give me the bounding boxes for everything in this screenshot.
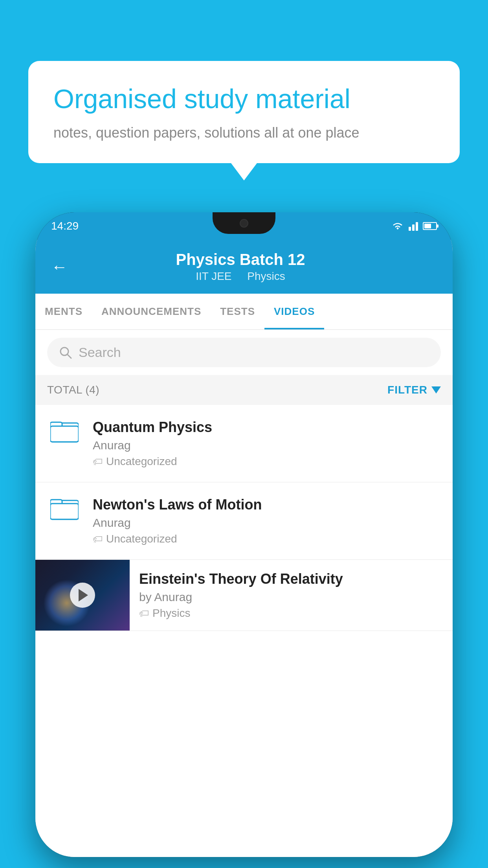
item-author: Anurag [93, 516, 441, 530]
tag-iit-jee: IIT JEE [196, 270, 231, 282]
tab-announcements[interactable]: ANNOUNCEMENTS [92, 294, 211, 329]
speech-bubble-title: Organised study material [53, 83, 435, 115]
video-author: by Anurag [139, 590, 443, 604]
front-camera [240, 219, 248, 228]
search-icon [59, 346, 72, 359]
video-list-item[interactable]: Einstein's Theory Of Relativity by Anura… [35, 560, 453, 631]
item-details: Newton's Laws of Motion Anurag 🏷 Uncateg… [93, 497, 441, 545]
phone-screen: ← Physics Batch 12 IIT JEE Physics MENTS… [35, 240, 453, 857]
video-thumbnail [35, 560, 130, 631]
filter-icon [431, 386, 441, 394]
search-container: Search [35, 330, 453, 375]
play-icon [79, 589, 88, 601]
batch-subtitle: IIT JEE Physics [79, 270, 402, 283]
folder-icon [50, 419, 79, 443]
item-details: Quantum Physics Anurag 🏷 Uncategorized [93, 419, 441, 468]
filter-button[interactable]: FILTER [387, 384, 441, 396]
folder-icon-container [47, 419, 82, 443]
tabs-bar: MENTS ANNOUNCEMENTS TESTS VIDEOS [35, 294, 453, 330]
svg-rect-7 [50, 504, 79, 519]
list-item[interactable]: Quantum Physics Anurag 🏷 Uncategorized [35, 405, 453, 482]
speech-bubble-container: Organised study material notes, question… [28, 61, 460, 163]
status-time: 14:29 [51, 220, 79, 232]
speech-bubble-subtitle: notes, question papers, solutions all at… [53, 125, 435, 141]
battery-icon [423, 222, 437, 230]
phone-notch [213, 212, 275, 234]
item-tag: 🏷 Uncategorized [93, 533, 441, 545]
tab-ments[interactable]: MENTS [35, 294, 92, 329]
total-count: TOTAL (4) [47, 384, 99, 396]
svg-line-1 [67, 354, 71, 358]
item-title: Quantum Physics [93, 419, 441, 436]
tag-icon: 🏷 [93, 456, 103, 468]
batch-title: Physics Batch 12 [79, 251, 402, 268]
tag-label: Uncategorized [106, 533, 177, 545]
tag-label: Uncategorized [106, 455, 177, 468]
search-bar[interactable]: Search [47, 338, 441, 367]
svg-rect-4 [50, 426, 79, 442]
speech-bubble: Organised study material notes, question… [28, 61, 460, 163]
app-header: ← Physics Batch 12 IIT JEE Physics [35, 240, 453, 294]
folder-icon-container [47, 497, 82, 520]
header-title-group: Physics Batch 12 IIT JEE Physics [79, 251, 402, 283]
wifi-icon [391, 221, 404, 231]
filter-label: FILTER [387, 384, 427, 396]
tag-icon: 🏷 [139, 607, 149, 620]
video-details: Einstein's Theory Of Relativity by Anura… [130, 560, 453, 631]
tab-tests[interactable]: TESTS [211, 294, 264, 329]
tag-label: Physics [152, 607, 190, 620]
tab-videos[interactable]: VIDEOS [264, 294, 324, 329]
list-item[interactable]: Newton's Laws of Motion Anurag 🏷 Uncateg… [35, 482, 453, 560]
battery-fill [424, 224, 431, 228]
signal-icon [409, 221, 418, 231]
status-icons [391, 221, 437, 231]
content-list: Quantum Physics Anurag 🏷 Uncategorized [35, 405, 453, 857]
phone-frame: 14:29 [35, 212, 453, 857]
item-tag: 🏷 Uncategorized [93, 455, 441, 468]
back-button[interactable]: ← [51, 257, 68, 276]
status-bar: 14:29 [35, 212, 453, 240]
item-title: Newton's Laws of Motion [93, 497, 441, 513]
search-placeholder: Search [79, 345, 121, 360]
play-button[interactable] [70, 583, 95, 608]
video-tag: 🏷 Physics [139, 607, 443, 620]
filter-bar: TOTAL (4) FILTER [35, 375, 453, 405]
tag-icon: 🏷 [93, 533, 103, 545]
tag-physics: Physics [247, 270, 285, 282]
item-author: Anurag [93, 439, 441, 452]
folder-icon [50, 497, 79, 520]
video-title: Einstein's Theory Of Relativity [139, 571, 443, 587]
